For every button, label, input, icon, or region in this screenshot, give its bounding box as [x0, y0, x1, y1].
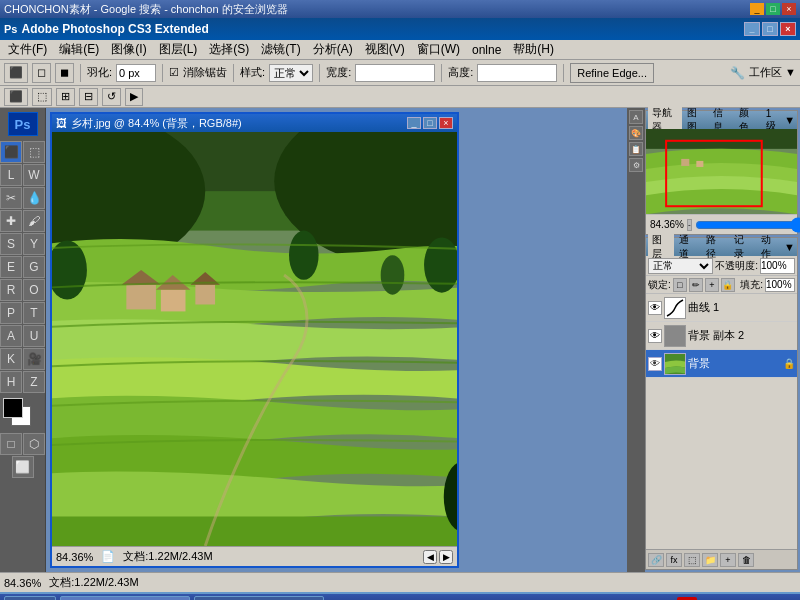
menu-view[interactable]: 视图(V) — [359, 39, 411, 60]
height-input[interactable] — [477, 64, 557, 82]
browser-maximize-btn[interactable]: □ — [766, 3, 780, 15]
app-maximize-btn[interactable]: □ — [762, 22, 778, 36]
eyedropper-btn[interactable]: 💧 — [23, 187, 45, 209]
pen-tool-btn[interactable]: P — [0, 302, 22, 324]
selection-tool-btn[interactable]: ⬚ — [23, 141, 45, 163]
options-btn2[interactable]: ◻ — [32, 63, 51, 83]
layer-bgcopy2-vis[interactable]: 👁 — [648, 329, 662, 343]
opt2-btn6[interactable]: ▶ — [125, 88, 143, 106]
svg-rect-19 — [646, 129, 797, 149]
lock-position-btn[interactable]: + — [705, 278, 719, 292]
eraser-tool-btn[interactable]: E — [0, 256, 22, 278]
scroll-right-btn[interactable]: ▶ — [439, 550, 453, 564]
opacity-input[interactable] — [760, 258, 795, 274]
toolbar: Ps ⬛ ⬚ L W ✂ 💧 ✚ 🖌 S Y E G R O — [0, 108, 46, 572]
layer-bg-vis[interactable]: 👁 — [648, 357, 662, 371]
menu-layer[interactable]: 图层(L) — [153, 39, 204, 60]
zoom-tool-btn[interactable]: Z — [23, 371, 45, 393]
height-label: 高度: — [448, 65, 473, 80]
hand-tool-btn[interactable]: H — [0, 371, 22, 393]
fg-color-swatch[interactable] — [3, 398, 23, 418]
layer-curves1[interactable]: 👁 曲线 1 — [646, 294, 797, 322]
dodge-tool-btn[interactable]: O — [23, 279, 45, 301]
options-btn3[interactable]: ◼ — [55, 63, 74, 83]
layers-menu-btn[interactable]: ▼ — [784, 241, 795, 253]
lock-pixels-btn[interactable]: ✏ — [689, 278, 703, 292]
panel-strip-btn4[interactable]: ⚙ — [629, 158, 643, 172]
layer-style-btn[interactable]: fx — [666, 553, 682, 567]
opt2-btn2[interactable]: ⬚ — [32, 88, 52, 106]
doc-status-bar: 84.36% 📄 文档:1.22M/2.43M ◀ ▶ — [52, 546, 457, 566]
opt2-btn3[interactable]: ⊞ — [56, 88, 75, 106]
zoom-out-btn[interactable]: - — [687, 219, 692, 231]
menu-analyze[interactable]: 分析(A) — [307, 39, 359, 60]
app-close-btn[interactable]: × — [780, 22, 796, 36]
gradient-tool-btn[interactable]: G — [23, 256, 45, 278]
doc-close-btn[interactable]: × — [439, 117, 453, 129]
video-tool-btn[interactable]: 🎥 — [23, 348, 45, 370]
layer-bg-copy2[interactable]: 👁 背景 副本 2 — [646, 322, 797, 350]
move-tool-btn[interactable]: ⬛ — [0, 141, 22, 163]
scroll-left-btn[interactable]: ◀ — [423, 550, 437, 564]
menu-image[interactable]: 图像(I) — [105, 39, 152, 60]
menu-help[interactable]: 帮助(H) — [507, 39, 560, 60]
right-panels: 导航器 图图 信息 颜色 1级 ▼ — [645, 108, 800, 572]
doc-maximize-btn[interactable]: □ — [423, 117, 437, 129]
text-tool-btn[interactable]: T — [23, 302, 45, 324]
style-select[interactable]: 正常 — [269, 64, 313, 82]
start-button[interactable]: ⊞ 开始 — [4, 596, 56, 600]
screen-mode-btn[interactable]: ⬜ — [12, 456, 34, 478]
panel-menu-btn[interactable]: ▼ — [784, 114, 795, 126]
feather-input[interactable] — [116, 64, 156, 82]
browser-close-btn[interactable]: × — [782, 3, 796, 15]
opt2-btn4[interactable]: ⊟ — [79, 88, 98, 106]
crop-tool-btn[interactable]: ✂ — [0, 187, 22, 209]
new-layer-btn[interactable]: + — [720, 553, 736, 567]
lock-transparent-btn[interactable]: □ — [673, 278, 687, 292]
doc-minimize-btn[interactable]: _ — [407, 117, 421, 129]
menu-online[interactable]: onlne — [466, 41, 507, 59]
panel-strip-btn2[interactable]: 🎨 — [629, 126, 643, 140]
layer-mask-btn[interactable]: ⬚ — [684, 553, 700, 567]
menu-window[interactable]: 窗口(W) — [411, 39, 466, 60]
zoom-slider[interactable] — [695, 221, 800, 229]
shape-tool-btn[interactable]: U — [23, 325, 45, 347]
new-group-btn[interactable]: 📁 — [702, 553, 718, 567]
delete-layer-btn[interactable]: 🗑 — [738, 553, 754, 567]
width-input[interactable] — [355, 64, 435, 82]
blur-tool-btn[interactable]: R — [0, 279, 22, 301]
document-window[interactable]: 🖼 乡村.jpg @ 84.4% (背景，RGB/8#) _ □ × — [50, 112, 459, 568]
panel-strip-btn1[interactable]: A — [629, 110, 643, 124]
menu-file[interactable]: 文件(F) — [2, 39, 53, 60]
path-select-btn[interactable]: A — [0, 325, 22, 347]
healing-tool-btn[interactable]: ✚ — [0, 210, 22, 232]
refine-edge-btn[interactable]: Refine Edge... — [570, 63, 654, 83]
panel-strip-btn3[interactable]: 📋 — [629, 142, 643, 156]
clone-tool-btn[interactable]: S — [0, 233, 22, 255]
menu-filter[interactable]: 滤镜(T) — [255, 39, 306, 60]
curves-thumb-svg — [665, 298, 685, 318]
fill-input[interactable] — [765, 278, 795, 292]
link-layers-btn[interactable]: 🔗 — [648, 553, 664, 567]
app-minimize-btn[interactable]: _ — [744, 22, 760, 36]
tool-preset-btn[interactable]: ⬛ — [4, 88, 28, 106]
layer-bg[interactable]: 👁 背景 🔒 — [646, 350, 797, 378]
blend-mode-select[interactable]: 正常 — [648, 258, 713, 274]
brush-tool-btn[interactable]: 🖌 — [23, 210, 45, 232]
taskbar-photoshop-btn[interactable]: Ps Adobe Photoshop CS3 Ex... — [60, 596, 190, 600]
browser-minimize-btn[interactable]: _ — [750, 3, 764, 15]
standard-mode-btn[interactable]: □ — [0, 433, 22, 455]
lock-all-btn[interactable]: 🔒 — [721, 278, 735, 292]
opt2-btn5[interactable]: ↺ — [102, 88, 121, 106]
taskbar-browser-btn[interactable]: 🌐 CHONCHON素材 - Google... — [194, 596, 324, 600]
menu-edit[interactable]: 编辑(E) — [53, 39, 105, 60]
lasso-tool-btn[interactable]: L — [0, 164, 22, 186]
workspace-label[interactable]: 工作区 ▼ — [749, 65, 796, 80]
marquee-tool-options[interactable]: ⬛ — [4, 63, 28, 83]
menu-select[interactable]: 选择(S) — [203, 39, 255, 60]
3d-tool-btn[interactable]: K — [0, 348, 22, 370]
magic-wand-btn[interactable]: W — [23, 164, 45, 186]
history-brush-btn[interactable]: Y — [23, 233, 45, 255]
quickmask-mode-btn[interactable]: ⬡ — [23, 433, 45, 455]
layer-curves1-vis[interactable]: 👁 — [648, 301, 662, 315]
